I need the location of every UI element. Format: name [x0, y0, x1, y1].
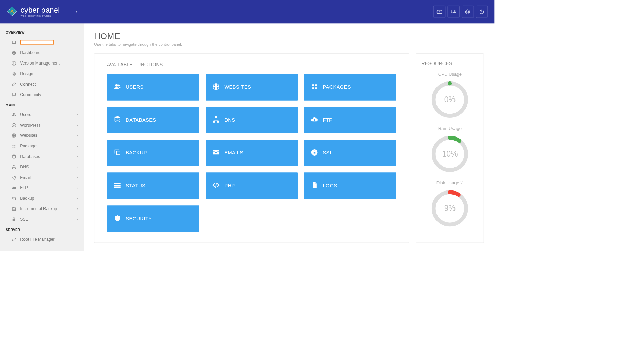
chevron-right-icon: ›	[77, 155, 78, 159]
gauge-value: 9%	[444, 204, 456, 213]
globe-icon	[212, 83, 220, 91]
functions-title: AVAILABLE FUNCTIONS	[107, 62, 396, 67]
packages-icon	[11, 144, 17, 149]
ssl-icon	[311, 149, 318, 157]
brand-logo[interactable]: cyber panel WEB HOSTING PANEL	[6, 6, 60, 18]
gauge-label: Ram Usage	[421, 126, 478, 131]
sidebar-item-packages[interactable]: Packages›	[0, 141, 84, 151]
tile-users[interactable]: USERS	[107, 74, 199, 101]
tile-packages[interactable]: PACKAGES	[304, 74, 396, 101]
copy-icon	[114, 149, 121, 157]
sidebar-item-root-file-manager[interactable]: Root File Manager	[0, 234, 84, 245]
copy-icon	[11, 196, 17, 201]
svg-marker-26	[7, 7, 17, 16]
support-icon	[465, 9, 470, 15]
sidebar-item-connect[interactable]: Connect	[0, 79, 84, 90]
gauge-label: Disk Usage '/'	[421, 180, 478, 185]
sidebar-item-ssl[interactable]: SSL›	[0, 214, 84, 225]
sidebar-item-incremental-backup[interactable]: Incremental Backup›	[0, 204, 84, 214]
chevron-right-icon: ›	[77, 123, 78, 127]
chat-icon	[11, 92, 17, 97]
tile-php[interactable]: PHP	[206, 172, 298, 199]
gauge-cpu-usage: CPU Usage0%	[421, 72, 478, 119]
database-icon	[11, 154, 17, 159]
gauge-label: CPU Usage	[421, 72, 478, 77]
sidebar-item-label: Users	[20, 112, 31, 117]
sidebar-item-dns[interactable]: DNS›	[0, 162, 84, 172]
functions-panel: AVAILABLE FUNCTIONS USERSWEBSITESPACKAGE…	[94, 53, 409, 243]
sidebar-item-design[interactable]: Design	[0, 69, 84, 79]
brand-name: cyber panel	[21, 6, 60, 14]
gauge-value: 0%	[444, 95, 456, 104]
support-button[interactable]	[462, 6, 474, 18]
sidebar-item-websites[interactable]: Websites›	[0, 130, 84, 141]
tile-websites[interactable]: WEBSITES	[206, 74, 298, 101]
tile-label: PACKAGES	[323, 84, 351, 90]
gear-icon	[11, 71, 17, 76]
lock-icon	[11, 217, 17, 222]
globe-icon	[11, 133, 17, 138]
sidebar-item-version-management[interactable]: Version Management	[0, 58, 84, 69]
sidebar-item-databases[interactable]: Databases›	[0, 151, 84, 162]
resources-title: RESOURCES	[421, 61, 478, 66]
sidebar-collapse-button[interactable]: ‹	[76, 10, 77, 14]
sidebar-section-title: MAIN	[0, 100, 84, 109]
tile-logs[interactable]: LOGS	[304, 172, 396, 199]
sidebar-item-label: Dashboard	[20, 51, 40, 55]
gauge-ring: 9%	[430, 189, 470, 228]
tile-security[interactable]: SECURITY	[107, 205, 199, 232]
email-icon	[212, 149, 220, 157]
tile-ssl[interactable]: SSL	[304, 140, 396, 166]
sidebar-item-community[interactable]: Community	[0, 89, 84, 100]
tile-label: SECURITY	[126, 216, 152, 222]
tile-status[interactable]: STATUS	[107, 172, 199, 199]
chevron-right-icon: ›	[77, 176, 78, 179]
tile-emails[interactable]: EMAILS	[206, 140, 298, 166]
sitemap-icon	[11, 165, 17, 169]
code-icon	[212, 182, 220, 190]
laptop-icon	[11, 40, 17, 44]
tile-label: FTP	[323, 117, 333, 123]
brand-tagline: WEB HOSTING PANEL	[21, 15, 60, 17]
chat-button[interactable]	[447, 6, 459, 18]
gauge-ram-usage: Ram Usage10%	[421, 126, 478, 174]
sidebar-item-label: Incremental Backup	[20, 206, 57, 211]
sidebar-item-dashboard[interactable]: Dashboard	[0, 48, 84, 58]
sidebar-item-label: WordPress	[20, 123, 41, 128]
chevron-right-icon: ›	[77, 144, 78, 148]
tile-backup[interactable]: BACKUP	[107, 140, 199, 166]
users-icon	[11, 112, 17, 117]
sidebar-item-label: Root File Manager	[20, 237, 54, 242]
sidebar-item-current[interactable]	[0, 37, 84, 48]
file-icon	[311, 182, 318, 190]
chevron-right-icon: ›	[77, 113, 78, 117]
tile-label: LOGS	[323, 183, 337, 189]
tile-databases[interactable]: DATABASES	[107, 107, 199, 133]
link-icon	[11, 82, 17, 87]
cloud-icon	[311, 116, 318, 124]
sidebar: OVERVIEWDashboardVersion ManagementDesig…	[0, 23, 84, 251]
tile-dns[interactable]: DNS	[206, 107, 298, 133]
tile-label: WEBSITES	[224, 84, 251, 90]
tile-label: STATUS	[126, 183, 145, 189]
resources-panel: RESOURCES CPU Usage0%Ram Usage10%Disk Us…	[416, 53, 484, 243]
power-button[interactable]	[476, 6, 488, 18]
page-title: HOME	[94, 31, 484, 41]
sidebar-item-ftp[interactable]: FTP›	[0, 183, 84, 193]
chevron-right-icon: ›	[77, 165, 78, 169]
sidebar-item-users[interactable]: Users›	[0, 110, 84, 120]
sidebar-item-backup[interactable]: Backup›	[0, 193, 84, 204]
status-icon	[114, 182, 121, 190]
gauge-ring: 10%	[430, 134, 470, 174]
sidebar-item-label: Version Management	[20, 61, 59, 66]
youtube-icon	[436, 9, 442, 15]
sidebar-item-wordpress[interactable]: WordPress›	[0, 120, 84, 130]
youtube-button[interactable]	[433, 6, 445, 18]
chevron-right-icon: ›	[77, 218, 78, 221]
sidebar-item-label: Backup	[20, 196, 34, 201]
sidebar-item-email[interactable]: Email›	[0, 172, 84, 183]
database-icon	[114, 116, 121, 124]
tile-ftp[interactable]: FTP	[304, 107, 396, 133]
save-icon	[11, 206, 17, 211]
gauge-value: 10%	[442, 149, 458, 158]
